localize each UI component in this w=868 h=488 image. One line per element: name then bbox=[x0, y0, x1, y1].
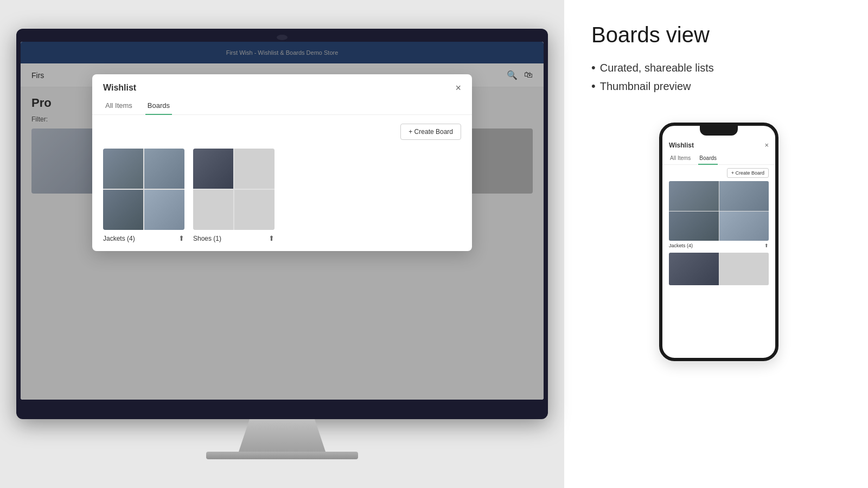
monitor-stand bbox=[228, 419, 336, 452]
phone-shoes-thumbnails bbox=[669, 253, 769, 285]
phone-board-jackets: Jackets (4) ⬆ bbox=[662, 181, 775, 248]
wishlist-modal: Wishlist × All Items Boards + Create Boa… bbox=[92, 74, 472, 251]
board-name-jackets: Jackets (4) bbox=[103, 235, 135, 242]
feature-title: Boards view bbox=[591, 22, 846, 48]
board-thumb-4 bbox=[144, 190, 184, 230]
board-thumb-3 bbox=[103, 190, 143, 230]
phone-notch bbox=[700, 126, 738, 136]
website-background: First Wish - Wishlist & Boards Demo Stor… bbox=[21, 42, 544, 400]
modal-title: Wishlist bbox=[103, 83, 136, 93]
board-card-shoes: Shoes (1) ⬆ bbox=[193, 149, 275, 242]
board-thumb-shoes-2 bbox=[234, 149, 275, 189]
info-section: Boards view Curated, shareable lists Thu… bbox=[564, 0, 868, 488]
board-thumb-shoes-1 bbox=[193, 149, 233, 189]
phone-container: Wishlist × All Items Boards + Create Boa… bbox=[591, 123, 846, 361]
phone-board-footer-jackets: Jackets (4) ⬆ bbox=[669, 243, 769, 248]
monitor-screen: First Wish - Wishlist & Boards Demo Stor… bbox=[21, 42, 544, 400]
modal-overlay: Wishlist × All Items Boards + Create Boa… bbox=[21, 42, 544, 400]
monitor-camera bbox=[277, 35, 288, 40]
board-footer-jackets: Jackets (4) ⬆ bbox=[103, 234, 184, 242]
phone-tabs: All Items Boards bbox=[662, 152, 775, 165]
feature-item-2: Thumbnail preview bbox=[591, 77, 846, 95]
phone-shoe-thumb-2 bbox=[719, 253, 769, 285]
board-thumbnails-shoes bbox=[193, 149, 275, 230]
phone-thumb-1 bbox=[669, 181, 719, 211]
phone-close-icon[interactable]: × bbox=[764, 141, 769, 149]
close-button[interactable]: × bbox=[455, 83, 461, 93]
create-board-button[interactable]: + Create Board bbox=[400, 124, 461, 140]
feature-item-1: Curated, shareable lists bbox=[591, 59, 846, 77]
phone-board-name-jackets: Jackets (4) bbox=[669, 243, 693, 248]
modal-header: Wishlist × bbox=[92, 74, 472, 93]
monitor-section: First Wish - Wishlist & Boards Demo Stor… bbox=[0, 0, 564, 488]
board-thumbnails-jackets bbox=[103, 149, 184, 230]
phone-mockup: Wishlist × All Items Boards + Create Boa… bbox=[659, 123, 778, 361]
share-icon-jackets[interactable]: ⬆ bbox=[178, 234, 184, 242]
feature-list: Curated, shareable lists Thumbnail previ… bbox=[591, 59, 846, 95]
monitor-base bbox=[206, 452, 358, 459]
tab-boards[interactable]: Boards bbox=[145, 97, 172, 115]
phone-modal-title: Wishlist bbox=[669, 142, 694, 149]
board-footer-shoes: Shoes (1) ⬆ bbox=[193, 234, 275, 242]
phone-board-shoes-preview bbox=[662, 253, 775, 285]
board-thumb-2 bbox=[144, 149, 184, 189]
tab-all-items[interactable]: All Items bbox=[103, 97, 135, 115]
board-name-shoes: Shoes (1) bbox=[193, 235, 221, 242]
phone-tab-boards[interactable]: Boards bbox=[698, 152, 718, 165]
phone-tab-all-items[interactable]: All Items bbox=[669, 152, 692, 165]
board-card-jackets: Jackets (4) ⬆ bbox=[103, 149, 184, 242]
phone-board-thumbnails-jackets bbox=[669, 181, 769, 241]
board-thumb-1 bbox=[103, 149, 143, 189]
phone-thumb-4 bbox=[719, 211, 769, 241]
modal-actions: + Create Board bbox=[103, 124, 461, 140]
boards-grid: Jackets (4) ⬆ bbox=[103, 149, 461, 242]
phone-share-icon[interactable]: ⬆ bbox=[764, 243, 769, 248]
phone-screen: Wishlist × All Items Boards + Create Boa… bbox=[662, 126, 775, 358]
modal-body: + Create Board bbox=[92, 115, 472, 251]
phone-shoe-thumb-1 bbox=[669, 253, 719, 285]
monitor: First Wish - Wishlist & Boards Demo Stor… bbox=[16, 29, 548, 419]
phone-thumb-2 bbox=[719, 181, 769, 211]
phone-actions: + Create Board bbox=[662, 165, 775, 181]
board-thumb-shoes-3 bbox=[193, 190, 233, 230]
phone-create-board-button[interactable]: + Create Board bbox=[727, 168, 769, 178]
phone-modal-header: Wishlist × bbox=[662, 137, 775, 149]
phone-thumb-3 bbox=[669, 211, 719, 241]
board-thumb-shoes-4 bbox=[234, 190, 275, 230]
share-icon-shoes[interactable]: ⬆ bbox=[269, 234, 275, 242]
modal-tabs: All Items Boards bbox=[92, 97, 472, 115]
